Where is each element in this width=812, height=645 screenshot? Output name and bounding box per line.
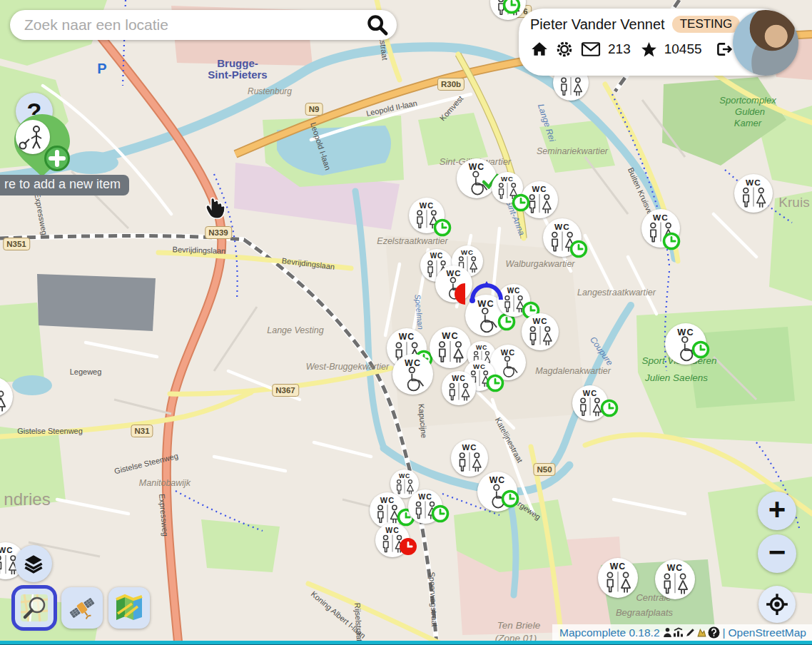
wc-marker[interactable]: WC: [521, 181, 558, 218]
svg-text:WC: WC: [532, 317, 547, 325]
osm-map-icon: [19, 592, 50, 624]
svg-text:WC: WC: [501, 348, 515, 357]
svg-text:WC: WC: [385, 526, 400, 534]
attribution-app-version[interactable]: Mapcomplete 0.18.2: [559, 626, 659, 639]
wc-marker[interactable]: WC: [408, 489, 442, 524]
svg-text:WC: WC: [469, 162, 485, 172]
svg-text:WC: WC: [418, 492, 432, 501]
wc-marker[interactable]: WC: [492, 172, 523, 203]
zoom-in-label: +: [768, 494, 786, 524]
add-item-tooltip: re to add a new item: [0, 175, 129, 195]
geolocate-button[interactable]: [758, 586, 796, 623]
wc-marker[interactable]: WC: [409, 198, 445, 233]
svg-text:WC: WC: [461, 248, 474, 256]
wc-marker-wheelchair[interactable]: WC: [490, 345, 526, 380]
attribution-separator: |: [723, 626, 726, 639]
wc-marker-wheelchair[interactable]: WC: [477, 472, 517, 512]
wc-marker[interactable]: WC: [572, 385, 608, 421]
svg-text:WC: WC: [746, 178, 761, 188]
logout-icon[interactable]: [714, 40, 733, 59]
attribution-bar: Mapcomplete 0.18.2 | OpenStreetMap: [552, 624, 812, 641]
pan-hand-cursor: [202, 190, 228, 220]
svg-text:WC: WC: [399, 472, 410, 479]
contributors-icon[interactable]: [663, 627, 672, 638]
add-new-item-pin[interactable]: [10, 113, 74, 178]
attribution-icons: [663, 626, 720, 639]
layers-button[interactable]: [15, 545, 52, 582]
wc-marker-wheelchair[interactable]: WC: [392, 354, 433, 395]
background-map-button[interactable]: [108, 587, 150, 629]
star-icon: [640, 41, 658, 59]
wc-marker[interactable]: WC: [598, 558, 638, 598]
wc-marker[interactable]: WC: [442, 371, 476, 405]
satellite-icon: [66, 592, 98, 624]
messages-count: 213: [608, 41, 631, 57]
search-input[interactable]: [23, 16, 365, 34]
layers-icon: [24, 554, 44, 574]
gear-icon[interactable]: [555, 40, 574, 59]
search-icon[interactable]: [365, 13, 390, 37]
folded-map-icon: [113, 592, 145, 624]
wc-marker-wheelchair[interactable]: WC: [457, 158, 497, 198]
svg-text:WC: WC: [473, 362, 486, 370]
statistics-icon[interactable]: [673, 627, 684, 638]
wc-marker[interactable]: WC: [734, 174, 773, 213]
background-satellite-button[interactable]: [61, 587, 103, 629]
toilet-attendant-icon: [16, 120, 50, 154]
svg-text:WC: WC: [442, 331, 459, 341]
svg-text:WC: WC: [380, 496, 395, 504]
svg-text:WC: WC: [501, 175, 514, 183]
svg-text:WC: WC: [667, 563, 684, 573]
zoom-in-button[interactable]: +: [758, 492, 796, 530]
zoom-out-label: −: [768, 537, 786, 567]
search-bar[interactable]: [10, 10, 397, 40]
svg-text:WC: WC: [462, 443, 477, 452]
wc-marker[interactable]: WC: [490, 0, 526, 20]
wc-marker[interactable]: WC: [497, 284, 530, 317]
wc-marker[interactable]: WC: [0, 377, 13, 417]
svg-text:WC: WC: [489, 475, 506, 485]
license-info-icon[interactable]: [708, 626, 720, 639]
attribution-osm-link[interactable]: OpenStreetMap: [729, 626, 806, 639]
svg-text:WC: WC: [399, 332, 415, 342]
wc-marker[interactable]: WC: [641, 209, 680, 248]
tooltip-text: re to add a new item: [4, 177, 121, 191]
changesets-count: 10455: [664, 41, 702, 57]
svg-text:WC: WC: [0, 546, 14, 554]
svg-text:WC: WC: [477, 299, 494, 309]
pin-icon-circle: [16, 120, 50, 154]
wc-marker[interactable]: WC: [522, 313, 559, 350]
svg-text:WC: WC: [507, 287, 521, 295]
home-icon[interactable]: [530, 40, 549, 59]
map-markers-layer: WC WC WC WC WC WC WC WC: [0, 0, 812, 645]
svg-text:WC: WC: [404, 357, 420, 367]
svg-text:WC: WC: [446, 269, 461, 278]
add-plus-icon: [44, 146, 70, 171]
svg-text:WC: WC: [653, 213, 669, 223]
user-avatar[interactable]: [733, 10, 798, 76]
wc-marker-wheelchair[interactable]: WC: [665, 323, 706, 365]
wc-marker[interactable]: WC: [655, 559, 695, 599]
svg-text:WC: WC: [554, 222, 570, 232]
svg-text:WC: WC: [0, 380, 1, 390]
svg-text:WC: WC: [532, 185, 547, 193]
zoom-out-button[interactable]: −: [758, 534, 796, 573]
bottom-accent-bar: [0, 641, 812, 645]
svg-text:WC: WC: [610, 562, 626, 572]
testing-badge: TESTING: [672, 16, 741, 33]
wc-marker[interactable]: WC: [543, 218, 582, 257]
background-osm-button[interactable]: [14, 587, 55, 629]
svg-text:WC: WC: [476, 344, 487, 351]
svg-text:WC: WC: [452, 374, 466, 382]
mapcomplete-app: Brugge-Sint-PietersRustenburgSint-Gillis…: [0, 0, 812, 645]
user-name[interactable]: Pieter Vander Vennet: [530, 16, 665, 33]
svg-text:WC: WC: [420, 201, 434, 210]
edit-pencil-icon[interactable]: [685, 627, 696, 638]
messages-icon[interactable]: [580, 41, 602, 58]
geolocate-icon: [765, 592, 789, 616]
wc-marker[interactable]: WC: [375, 523, 410, 557]
svg-text:WC: WC: [430, 252, 444, 260]
theme-icon[interactable]: [696, 627, 707, 638]
svg-text:WC: WC: [583, 389, 597, 397]
svg-text:WC: WC: [677, 327, 694, 337]
